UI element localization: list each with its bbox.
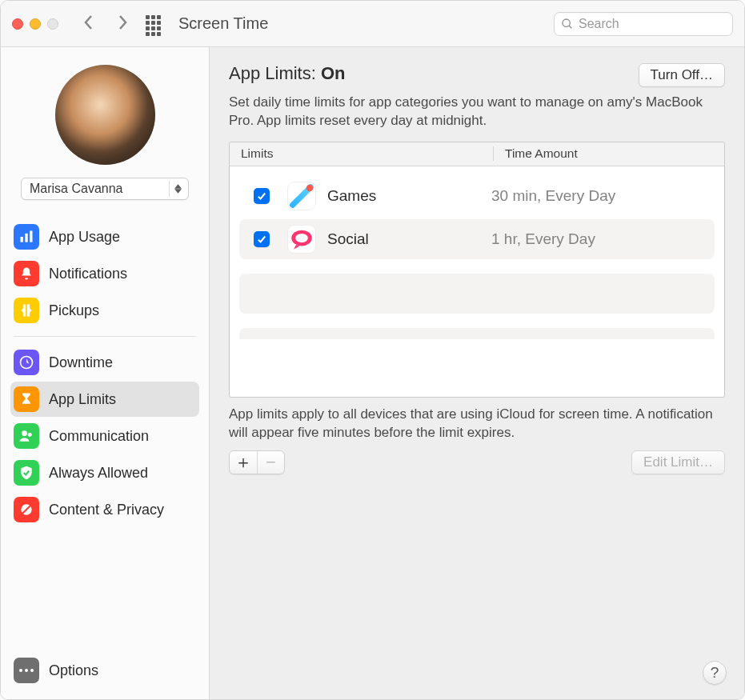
sidebar-item-options[interactable]: Options <box>10 654 199 686</box>
chevron-up-down-icon <box>169 181 183 197</box>
bell-icon <box>14 261 39 286</box>
sidebar-item-pickups[interactable]: Pickups <box>10 293 199 328</box>
window-title: Screen Time <box>178 14 268 33</box>
sidebar-item-always-allowed[interactable]: Always Allowed <box>10 455 199 490</box>
user-avatar[interactable] <box>55 65 155 165</box>
sidebar-group-activity: App Usage Notifications Pickups <box>10 219 199 328</box>
communication-icon <box>14 423 39 449</box>
back-button[interactable] <box>81 13 97 35</box>
svg-marker-3 <box>174 189 182 193</box>
sidebar-item-label: Communication <box>49 428 149 445</box>
add-remove-group: ＋ − <box>229 450 285 474</box>
svg-marker-2 <box>174 184 182 188</box>
sidebar-item-app-usage[interactable]: App Usage <box>10 219 199 254</box>
show-all-prefs-button[interactable] <box>145 14 164 34</box>
svg-rect-6 <box>30 231 32 242</box>
sidebar-item-content-privacy[interactable]: Content & Privacy <box>10 492 199 527</box>
search-icon <box>561 18 574 30</box>
sidebar-item-label: Content & Privacy <box>49 502 164 518</box>
ellipsis-icon <box>14 658 39 683</box>
nav-arrows <box>81 13 130 35</box>
column-header-limits[interactable]: Limits <box>230 146 494 161</box>
pickups-icon <box>14 298 39 323</box>
svg-point-9 <box>28 433 32 437</box>
sidebar-group-limits: Downtime App Limits Communication <box>10 345 199 527</box>
search-input[interactable]: Search <box>554 12 733 36</box>
no-entry-icon <box>14 497 39 522</box>
column-header-time[interactable]: Time Amount <box>494 146 724 161</box>
turn-off-button[interactable]: Turn Off… <box>639 63 725 87</box>
check-shield-icon <box>14 460 39 486</box>
page-description: Set daily time limits for app categories… <box>229 94 725 130</box>
limit-row-games[interactable]: Games 30 min, Every Day <box>239 176 715 216</box>
limit-name: Games <box>327 187 491 205</box>
sidebar-item-label: Downtime <box>49 354 113 371</box>
sidebar-item-notifications[interactable]: Notifications <box>10 256 199 291</box>
svg-point-8 <box>22 430 27 436</box>
limit-row-social[interactable]: Social 1 hr, Every Day <box>239 219 715 259</box>
downtime-icon <box>14 350 39 375</box>
svg-point-13 <box>306 185 314 192</box>
sidebar-item-app-limits[interactable]: App Limits <box>10 382 199 417</box>
empty-row <box>239 274 715 314</box>
social-icon <box>287 225 316 254</box>
user-select-label: Marisa Cavanna <box>30 182 123 196</box>
limit-checkbox[interactable] <box>254 188 270 204</box>
svg-point-0 <box>563 19 570 26</box>
page-title: App Limits: On <box>229 63 346 84</box>
remove-limit-button[interactable]: − <box>257 451 284 474</box>
sidebar-item-label: Always Allowed <box>49 465 148 482</box>
app-usage-icon <box>14 224 39 250</box>
svg-line-1 <box>569 26 571 28</box>
sidebar-item-label: App Limits <box>49 391 116 408</box>
svg-rect-5 <box>25 234 27 242</box>
sidebar-item-label: Notifications <box>49 266 127 282</box>
edit-limit-button[interactable]: Edit Limit… <box>631 450 725 474</box>
empty-row <box>239 328 715 339</box>
help-button[interactable]: ? <box>703 661 727 685</box>
add-limit-button[interactable]: ＋ <box>230 451 257 474</box>
main-pane: App Limits: On Turn Off… Set daily time … <box>210 47 744 699</box>
limits-table: Limits Time Amount Games 30 min, Every D… <box>229 142 725 398</box>
limit-name: Social <box>327 230 491 248</box>
sidebar-divider <box>14 336 196 337</box>
traffic-lights <box>12 18 58 30</box>
footer-text: App limits apply to all devices that are… <box>229 406 725 442</box>
limit-time: 30 min, Every Day <box>491 187 615 205</box>
sidebar-item-label: App Usage <box>49 229 120 246</box>
minimize-window-button[interactable] <box>30 18 41 30</box>
limit-time: 1 hr, Every Day <box>491 230 595 248</box>
search-placeholder: Search <box>579 17 619 31</box>
sidebar-item-downtime[interactable]: Downtime <box>10 345 199 380</box>
table-header: Limits Time Amount <box>230 142 724 166</box>
sidebar-item-label: Pickups <box>49 302 99 319</box>
titlebar: Screen Time Search <box>1 1 744 47</box>
user-select[interactable]: Marisa Cavanna <box>21 178 189 200</box>
limit-checkbox[interactable] <box>254 231 270 247</box>
sidebar: Marisa Cavanna App Usage <box>1 47 210 699</box>
svg-point-15 <box>295 234 308 242</box>
sidebar-item-communication[interactable]: Communication <box>10 418 199 454</box>
close-window-button[interactable] <box>12 18 23 30</box>
games-icon <box>287 182 316 210</box>
svg-rect-4 <box>21 237 23 242</box>
hourglass-icon <box>14 386 39 412</box>
zoom-window-button[interactable] <box>47 18 58 30</box>
sidebar-item-label: Options <box>49 662 98 679</box>
preferences-window: Screen Time Search Marisa Cavanna <box>0 0 745 700</box>
forward-button[interactable] <box>114 13 130 35</box>
